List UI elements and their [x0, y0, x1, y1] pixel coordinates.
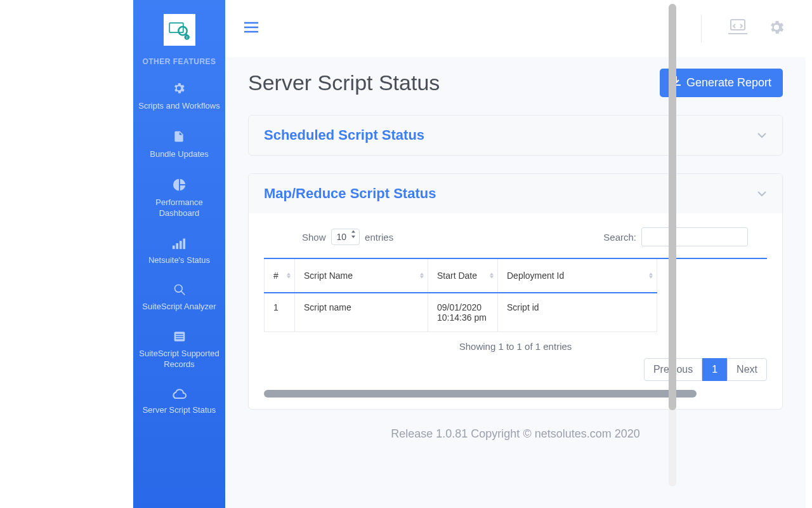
chevron-down-icon [757, 130, 767, 141]
page-title: Server Script Status [248, 70, 440, 95]
sidebar-item-suitescript-analyzer[interactable]: SuiteScript Analyzer [138, 283, 219, 312]
paginate-next[interactable]: Next [727, 358, 767, 381]
show-label: Show [302, 232, 326, 243]
gears-icon [172, 81, 186, 98]
svg-point-10 [174, 285, 182, 293]
signal-bars-icon [172, 237, 186, 253]
svg-line-11 [181, 291, 185, 295]
mapreduce-card-title: Map/Reduce Script Status [264, 185, 436, 202]
results-table: # Script Name Start Date Deployment Id 1… [264, 259, 657, 332]
svg-rect-15 [176, 338, 183, 340]
table-info: Showing 1 to 1 of 1 entries [264, 341, 767, 352]
col-deployment-id[interactable]: Deployment Id [498, 259, 657, 293]
sidebar-item-performance-dashboard[interactable]: Performance Dashboard [133, 178, 225, 219]
svg-rect-13 [176, 334, 183, 335]
cell-number: 1 [265, 293, 295, 332]
sidebar-item-label: Scripts and Workflows [138, 101, 219, 112]
sidebar-item-label: Performance Dashboard [137, 197, 221, 219]
svg-rect-6 [173, 245, 175, 249]
entries-label: entries [365, 232, 393, 243]
svg-rect-7 [176, 243, 179, 249]
mapreduce-card-header[interactable]: Map/Reduce Script Status [249, 174, 782, 213]
sidebar-item-netsuite-status[interactable]: Netsuite's Status [145, 237, 214, 266]
svg-rect-19 [731, 20, 745, 30]
pagination: Previous 1 Next [264, 358, 767, 381]
magnifier-icon [173, 283, 186, 299]
length-value: 10 [337, 232, 347, 242]
vertical-scrollbar[interactable] [669, 4, 676, 486]
sidebar-item-label: SuiteScript Analyzer [142, 302, 216, 312]
cell-deployment-id: Script id [498, 293, 657, 332]
scheduled-card-title: Scheduled Script Status [264, 127, 424, 144]
scheduled-card-header[interactable]: Scheduled Script Status [249, 116, 782, 155]
footer-text: Release 1.0.81 Copyright © netsolutes.co… [248, 427, 783, 447]
svg-text:!: ! [186, 36, 187, 39]
length-select[interactable]: 10 [331, 229, 360, 245]
generate-report-button[interactable]: Generate Report [660, 69, 783, 97]
length-control: Show 10 entries [302, 229, 393, 245]
pie-chart-icon [173, 178, 187, 195]
cell-script-name: Script name [295, 293, 428, 332]
file-icon [173, 130, 185, 147]
sidebar-item-suitescript-supported-records[interactable]: SuiteScript Supported Records [133, 330, 225, 370]
search-label: Search: [603, 232, 636, 243]
cloud-icon [171, 388, 187, 403]
svg-rect-14 [176, 336, 183, 337]
app-logo: ! [164, 14, 195, 46]
list-icon [173, 330, 186, 346]
logo-icon: ! [167, 17, 192, 43]
chevron-down-icon [757, 188, 767, 199]
table-row: 1 Script name 09/01/2020 10:14:36 pm Scr… [265, 293, 657, 332]
settings-gears-icon[interactable] [766, 18, 787, 39]
topbar-divider [701, 15, 702, 43]
sidebar-item-label: Server Script Status [143, 405, 216, 416]
sidebar-item-bundle-updates[interactable]: Bundle Updates [146, 130, 213, 160]
laptop-code-icon[interactable] [727, 18, 749, 39]
sidebar-item-label: SuiteScript Supported Records [137, 349, 221, 370]
sidebar-item-label: Netsuite's Status [148, 255, 210, 266]
mapreduce-script-card: Map/Reduce Script Status Show 10 entries [248, 173, 783, 410]
generate-report-label: Generate Report [686, 76, 771, 90]
col-script-name[interactable]: Script Name [295, 259, 428, 293]
scheduled-script-card: Scheduled Script Status [248, 115, 783, 156]
main-content: Server Script Status Generate Report Sch… [225, 0, 806, 508]
paginate-page-1[interactable]: 1 [702, 358, 727, 381]
hamburger-menu-button[interactable] [244, 22, 258, 36]
col-number[interactable]: # [265, 259, 295, 293]
sidebar-section-label: OTHER FEATURES [142, 57, 216, 66]
sidebar-item-scripts-workflows[interactable]: Scripts and Workflows [134, 81, 223, 112]
sidebar-item-server-script-status[interactable]: Server Script Status [139, 388, 220, 416]
svg-rect-8 [180, 241, 182, 249]
cell-start-date: 09/01/2020 10:14:36 pm [428, 293, 498, 332]
col-start-date[interactable]: Start Date [428, 259, 498, 293]
horizontal-scrollbar[interactable] [264, 390, 767, 398]
sidebar-item-label: Bundle Updates [150, 149, 209, 160]
search-input[interactable] [641, 227, 748, 246]
svg-rect-9 [183, 238, 186, 249]
topbar [225, 0, 806, 57]
sidebar: ! OTHER FEATURES Scripts and Workflows B… [133, 0, 225, 508]
